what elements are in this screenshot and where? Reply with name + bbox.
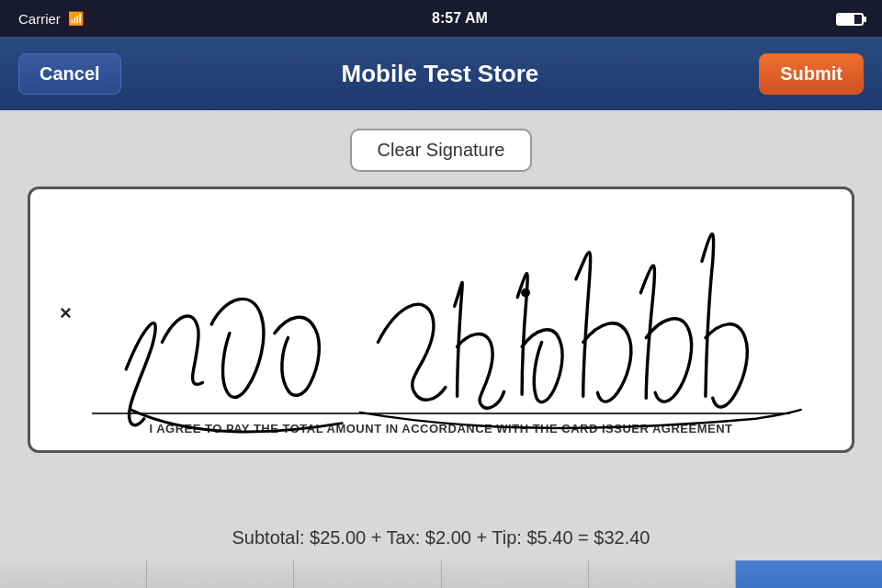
summary-text: Subtotal: $25.00 + Tax: $2.00 + Tip: $5.… [232, 527, 650, 548]
svg-point-0 [521, 288, 530, 298]
wifi-icon: 📶 [68, 11, 84, 26]
tip-option-custom[interactable]: Custom [147, 560, 294, 588]
tip-option-20pct[interactable]: 20% [736, 560, 882, 588]
time-label: 8:57 AM [432, 10, 488, 27]
nav-title: Mobile Test Store [342, 60, 539, 88]
summary-bar: Subtotal: $25.00 + Tax: $2.00 + Tip: $5.… [0, 514, 882, 560]
battery-indicator [836, 11, 864, 27]
clear-signature-button[interactable]: Clear Signature [350, 129, 533, 172]
signature-drawing [30, 189, 852, 450]
tip-option-10pct[interactable]: 10% [294, 560, 441, 588]
carrier-label: Carrier [18, 11, 61, 27]
status-left: Carrier 📶 [18, 11, 84, 27]
tip-option-18pct[interactable]: 18% [589, 560, 736, 588]
signature-area[interactable]: × [28, 187, 854, 453]
tip-option-no-tip[interactable]: No Tip [0, 560, 147, 588]
submit-button[interactable]: Submit [759, 53, 864, 95]
cancel-button[interactable]: Cancel [18, 53, 121, 95]
tip-option-15pct[interactable]: 15% [442, 560, 589, 588]
main-content: Clear Signature × [0, 110, 882, 514]
nav-bar: Cancel Mobile Test Store Submit [0, 37, 882, 110]
tip-selector: No TipCustom10%15%18%20% [0, 560, 882, 588]
status-bar: Carrier 📶 8:57 AM [0, 0, 882, 37]
